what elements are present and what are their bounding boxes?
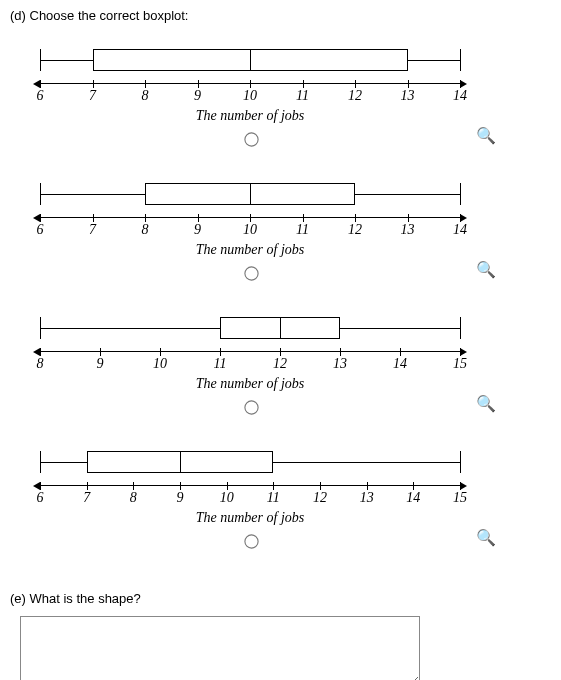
axis-line xyxy=(40,485,460,486)
tick-label: 8 xyxy=(142,88,149,104)
tick-label: 12 xyxy=(348,222,362,238)
tick-label: 10 xyxy=(220,490,234,506)
tick-label: 12 xyxy=(273,356,287,372)
option-3-radio[interactable] xyxy=(244,400,258,414)
boxplot-option-2: 67891011121314The number of jobs🔍 xyxy=(10,177,551,283)
tick-label: 10 xyxy=(243,222,257,238)
axis-line xyxy=(40,83,460,84)
tick-label: 14 xyxy=(406,490,420,506)
tick-label: 9 xyxy=(97,356,104,372)
tick-label: 10 xyxy=(153,356,167,372)
option-4-radio[interactable] xyxy=(244,534,258,548)
zoom-icon[interactable]: 🔍 xyxy=(476,126,496,145)
tick-label: 11 xyxy=(267,490,280,506)
axis-line xyxy=(40,217,460,218)
tick-label: 7 xyxy=(89,222,96,238)
tick-label: 13 xyxy=(333,356,347,372)
zoom-icon[interactable]: 🔍 xyxy=(476,528,496,547)
boxplot-3 xyxy=(40,311,460,345)
question-d-label: (d) Choose the correct boxplot: xyxy=(10,8,551,23)
tick-label: 9 xyxy=(194,88,201,104)
tick-label: 12 xyxy=(348,88,362,104)
boxplot-1 xyxy=(40,43,460,77)
tick-label: 10 xyxy=(243,88,257,104)
axis-title: The number of jobs xyxy=(40,108,460,124)
tick-labels: 67891011121314 xyxy=(40,88,460,106)
tick-label: 9 xyxy=(194,222,201,238)
tick-label: 8 xyxy=(130,490,137,506)
tick-label: 14 xyxy=(453,88,467,104)
tick-label: 11 xyxy=(214,356,227,372)
tick-label: 8 xyxy=(142,222,149,238)
tick-label: 6 xyxy=(37,88,44,104)
tick-label: 8 xyxy=(37,356,44,372)
axis-title: The number of jobs xyxy=(40,376,460,392)
tick-label: 13 xyxy=(401,222,415,238)
boxplot-4 xyxy=(40,445,460,479)
tick-labels: 89101112131415 xyxy=(40,356,460,374)
option-2-radio[interactable] xyxy=(244,266,258,280)
zoom-icon[interactable]: 🔍 xyxy=(476,260,496,279)
tick-label: 6 xyxy=(37,490,44,506)
tick-label: 14 xyxy=(453,222,467,238)
tick-label: 13 xyxy=(401,88,415,104)
tick-labels: 67891011121314 xyxy=(40,222,460,240)
shape-answer-input[interactable] xyxy=(20,616,420,680)
boxplot-option-3: 89101112131415The number of jobs🔍 xyxy=(10,311,551,417)
question-e-label: (e) What is the shape? xyxy=(10,591,551,606)
tick-label: 11 xyxy=(296,88,309,104)
tick-label: 15 xyxy=(453,356,467,372)
tick-label: 9 xyxy=(176,490,183,506)
axis-title: The number of jobs xyxy=(40,242,460,258)
tick-labels: 6789101112131415 xyxy=(40,490,460,508)
tick-label: 15 xyxy=(453,490,467,506)
tick-label: 12 xyxy=(313,490,327,506)
tick-label: 13 xyxy=(360,490,374,506)
axis-line xyxy=(40,351,460,352)
tick-label: 6 xyxy=(37,222,44,238)
boxplot-2 xyxy=(40,177,460,211)
option-1-radio[interactable] xyxy=(244,132,258,146)
tick-label: 14 xyxy=(393,356,407,372)
tick-label: 7 xyxy=(89,88,96,104)
tick-label: 7 xyxy=(83,490,90,506)
zoom-icon[interactable]: 🔍 xyxy=(476,394,496,413)
tick-label: 11 xyxy=(296,222,309,238)
axis-title: The number of jobs xyxy=(40,510,460,526)
boxplot-option-1: 67891011121314The number of jobs🔍 xyxy=(10,43,551,149)
boxplot-option-4: 6789101112131415The number of jobs🔍 xyxy=(10,445,551,551)
